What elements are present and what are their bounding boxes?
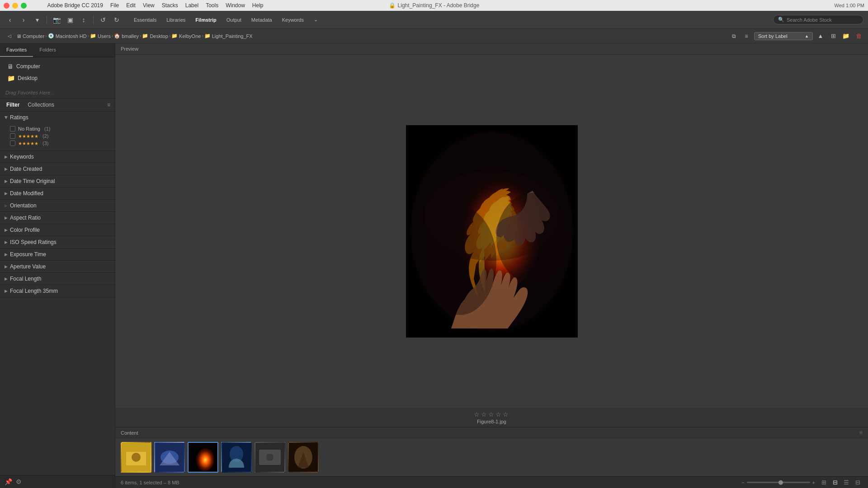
- menu-label[interactable]: Label: [185, 2, 198, 9]
- zoom-track[interactable]: [747, 482, 810, 483]
- desktop-icon: 📁: [7, 75, 15, 82]
- filter-section-ratings: ▶ Ratings No Rating (1) ★★★★★ (2): [0, 112, 115, 151]
- new-folder-button[interactable]: 📁: [841, 31, 851, 41]
- menu-window[interactable]: Window: [226, 2, 245, 9]
- menu-bridge[interactable]: Adobe Bridge CC 2019: [47, 2, 103, 9]
- tab-output[interactable]: Output: [222, 16, 246, 24]
- tab-favorites[interactable]: Favorites: [0, 43, 33, 57]
- tab-essentials[interactable]: Essentials: [129, 16, 161, 24]
- back-button[interactable]: ‹: [5, 14, 15, 25]
- view-details-button[interactable]: ☰: [841, 478, 851, 488]
- filter-color-profile-header[interactable]: ▶ Color Profile: [0, 224, 115, 236]
- undo-button[interactable]: ↺: [98, 14, 108, 25]
- filter-4-stars[interactable]: ★★★★★ (2): [10, 132, 110, 140]
- sidebar-settings-icon[interactable]: ⚙: [16, 478, 22, 485]
- sort-button[interactable]: ↕: [78, 14, 89, 25]
- view-grid-button[interactable]: ⊞: [819, 478, 829, 488]
- apple-logo: : [33, 2, 35, 9]
- view-options-button[interactable]: ⊞: [828, 31, 838, 41]
- ratings-arrow-icon: ▶: [4, 116, 9, 119]
- zoom-plus-icon[interactable]: +: [812, 480, 815, 485]
- breadcrumb-users[interactable]: 📁 Users: [90, 33, 111, 39]
- fav-desktop[interactable]: 📁 Desktop: [5, 73, 110, 84]
- close-button[interactable]: [4, 3, 9, 9]
- menu-help[interactable]: Help: [252, 2, 264, 9]
- filter-iso-header[interactable]: ▶ ISO Speed Ratings: [0, 236, 115, 248]
- sort-options-button[interactable]: ≡: [741, 31, 751, 41]
- breadcrumb-light-painting[interactable]: 📁 Light_Painting_FX: [204, 33, 253, 39]
- preview-stars[interactable]: ☆☆☆☆☆: [474, 411, 510, 418]
- tab-filmstrip[interactable]: Filmstrip: [191, 16, 221, 24]
- menu-tools[interactable]: Tools: [206, 2, 218, 9]
- zoom-thumb[interactable]: [778, 480, 783, 485]
- tab-libraries[interactable]: Libraries: [162, 16, 190, 24]
- minimize-button[interactable]: [12, 3, 18, 9]
- filter-section-aspect-ratio: ▶ Aspect Ratio: [0, 212, 115, 224]
- review-button[interactable]: ▣: [65, 14, 75, 25]
- filter-focal-length-header[interactable]: ▶ Focal Length: [0, 273, 115, 285]
- breadcrumb-desktop[interactable]: 📁 Desktop: [142, 33, 168, 39]
- thumbnail-3[interactable]: [188, 442, 218, 473]
- tab-keywords[interactable]: Keywords: [278, 16, 308, 24]
- tab-folders[interactable]: Folders: [33, 43, 62, 57]
- thumbnail-1[interactable]: [121, 442, 151, 473]
- zoom-minus-icon[interactable]: −: [741, 480, 744, 485]
- ascending-sort-button[interactable]: ▲: [816, 31, 826, 41]
- collections-tab[interactable]: Collections: [26, 101, 56, 109]
- thumbnail-4[interactable]: [221, 442, 252, 473]
- forward-button[interactable]: ›: [18, 14, 29, 25]
- filter-exposure-header[interactable]: ▶ Exposure Time: [0, 249, 115, 260]
- filter-tab[interactable]: Filter: [5, 101, 21, 109]
- filter-no-rating[interactable]: No Rating (1): [10, 125, 110, 132]
- breadcrumb-macintosh[interactable]: 💿 Macintosh HD: [48, 33, 87, 39]
- breadcrumb-computer[interactable]: 🖥 Computer: [16, 33, 44, 39]
- filter-date-created-header[interactable]: ▶ Date Created: [0, 163, 115, 175]
- filter-aspect-ratio-header[interactable]: ▶ Aspect Ratio: [0, 212, 115, 224]
- title-bar:  Adobe Bridge CC 2019 File Edit View St…: [0, 0, 868, 11]
- maximize-button[interactable]: [21, 3, 27, 9]
- filter-ratings-header[interactable]: ▶ Ratings: [0, 112, 115, 123]
- menu-edit[interactable]: Edit: [126, 2, 136, 9]
- sort-dropdown[interactable]: Sort by Label ▲: [754, 32, 813, 40]
- sidebar-toggle-button[interactable]: ◁: [5, 31, 14, 41]
- tab-metadata[interactable]: Metadata: [247, 16, 277, 24]
- recent-button[interactable]: ▾: [32, 14, 42, 25]
- filter-keywords-header[interactable]: ▶ Keywords: [0, 151, 115, 163]
- thumbnail-5[interactable]: [255, 442, 285, 473]
- camera-button[interactable]: 📷: [51, 14, 62, 25]
- menu-stacks[interactable]: Stacks: [162, 2, 178, 9]
- menu-file[interactable]: File: [110, 2, 119, 9]
- menu-view[interactable]: View: [143, 2, 155, 9]
- filter-date-modified-header[interactable]: ▶ Date Modified: [0, 188, 115, 199]
- status-bar: 6 items, 1 selected – 8 MB − + ⊞ ⊟ ☰ ⊟: [115, 476, 868, 488]
- filter-section-date-modified: ▶ Date Modified: [0, 188, 115, 200]
- breadcrumb-bmalley[interactable]: 🏠 bmalley: [114, 33, 139, 39]
- content-view-options-icon[interactable]: ≡: [859, 429, 863, 436]
- app-menu: Adobe Bridge CC 2019 File Edit View Stac…: [47, 2, 263, 9]
- filter-aperture-header[interactable]: ▶ Aperture Value: [0, 261, 115, 272]
- thumbnail-6[interactable]: [288, 442, 319, 473]
- no-rating-checkbox[interactable]: [10, 126, 15, 131]
- filter-date-time-original-header[interactable]: ▶ Date Time Original: [0, 175, 115, 187]
- delete-button[interactable]: 🗑: [854, 31, 863, 41]
- filter-orientation-header[interactable]: ▶ Orientation: [0, 200, 115, 211]
- redo-button[interactable]: ↻: [111, 14, 122, 25]
- tab-more[interactable]: ⌄: [309, 15, 322, 24]
- filter-5-stars[interactable]: ★★★★★ (3): [10, 140, 110, 147]
- thumbnail-2[interactable]: [154, 442, 185, 473]
- 5-stars-checkbox[interactable]: [10, 141, 15, 146]
- filter-icon-button[interactable]: ⧉: [729, 31, 739, 41]
- sidebar-bottom-bar: 📌 ⚙: [0, 475, 115, 488]
- breadcrumb-kelbyone[interactable]: 📁 KelbyOne: [171, 33, 201, 39]
- view-filmstrip-button[interactable]: ⊟: [853, 478, 863, 488]
- pin-icon[interactable]: 📌: [5, 478, 12, 485]
- fav-computer[interactable]: 🖥 Computer: [5, 61, 110, 72]
- aperture-arrow-icon: ▶: [5, 264, 8, 269]
- filter-menu-icon[interactable]: ≡: [107, 102, 110, 108]
- filter-focal-length-35mm-header[interactable]: ▶ Focal Length 35mm: [0, 285, 115, 297]
- search-adobe-stock[interactable]: 🔍 Search Adobe Stock: [773, 15, 863, 24]
- items-count: 6 items, 1 selected – 8 MB: [121, 480, 179, 485]
- breadcrumb-sep-6: ›: [202, 33, 203, 38]
- 4-stars-checkbox[interactable]: [10, 133, 15, 139]
- view-list-button[interactable]: ⊟: [830, 478, 840, 488]
